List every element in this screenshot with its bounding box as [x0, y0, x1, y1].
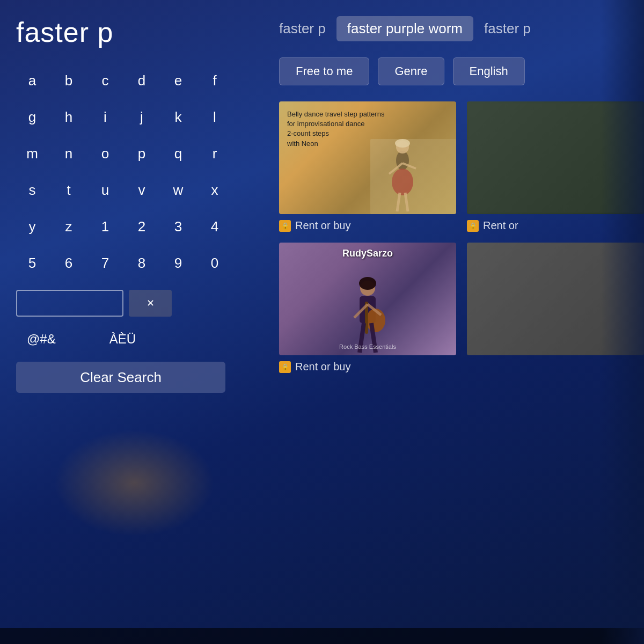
key-i[interactable]: i — [89, 101, 121, 133]
key-w[interactable]: w — [162, 174, 194, 206]
key-m[interactable]: m — [16, 137, 48, 170]
key-3[interactable]: 3 — [162, 210, 194, 243]
backspace-icon: ✕ — [147, 297, 155, 309]
key-f[interactable]: f — [199, 64, 231, 97]
lock-icon-3: 🔒 — [279, 361, 291, 373]
thumbnail-3-title: RudySarzo — [342, 248, 393, 259]
key-a[interactable]: a — [16, 64, 48, 97]
key-l[interactable]: l — [199, 101, 231, 133]
key-r[interactable]: r — [199, 137, 231, 170]
accents-key[interactable]: ÀÈÜ — [99, 327, 147, 351]
svg-point-10 — [359, 277, 376, 290]
key-t[interactable]: t — [53, 174, 85, 206]
guitarist-svg — [335, 264, 400, 355]
key-u[interactable]: u — [89, 174, 121, 206]
search-title: faster p — [16, 16, 263, 48]
thumbnail-2[interactable] — [467, 101, 644, 214]
results-grid: Belly dance travel step patterns for imp… — [279, 101, 644, 373]
key-4[interactable]: 4 — [199, 210, 231, 243]
rent-label-2: Rent or — [483, 219, 518, 232]
filter-free-to-me[interactable]: Free to me — [279, 57, 369, 85]
key-1[interactable]: 1 — [89, 210, 121, 243]
key-2[interactable]: 2 — [126, 210, 158, 243]
key-b[interactable]: b — [53, 64, 85, 97]
key-y[interactable]: y — [16, 210, 48, 243]
result-item-4 — [467, 243, 644, 373]
key-8[interactable]: 8 — [126, 247, 158, 279]
key-o[interactable]: o — [89, 137, 121, 170]
bottom-bar — [0, 628, 644, 644]
keyboard-action-row: ✕ — [16, 290, 263, 317]
rent-or-buy-1: 🔒 Rent or buy — [279, 219, 456, 232]
key-6[interactable]: 6 — [53, 247, 85, 279]
key-k[interactable]: k — [162, 101, 194, 133]
result-item-2: 🔒 Rent or — [467, 101, 644, 232]
suggestion-2-active[interactable]: faster purple worm — [336, 16, 473, 41]
key-9[interactable]: 9 — [162, 247, 194, 279]
key-g[interactable]: g — [16, 101, 48, 133]
keyboard: a b c d e f g h i j k l m n o p q r s t … — [16, 64, 263, 279]
key-e[interactable]: e — [162, 64, 194, 97]
rent-or-buy-2: 🔒 Rent or — [467, 219, 644, 232]
lock-icon-1: 🔒 — [279, 220, 291, 232]
key-x[interactable]: x — [199, 174, 231, 206]
key-p[interactable]: p — [126, 137, 158, 170]
space-bar[interactable] — [16, 290, 123, 317]
key-5[interactable]: 5 — [16, 247, 48, 279]
search-suggestions: faster p faster purple worm faster p — [279, 11, 644, 41]
clear-search-button[interactable]: Clear Search — [16, 362, 225, 393]
key-0[interactable]: 0 — [199, 247, 231, 279]
thumbnail-1[interactable]: Belly dance travel step patterns for imp… — [279, 101, 456, 214]
result-item-3: RudySarzo — [279, 243, 456, 373]
key-7[interactable]: 7 — [89, 247, 121, 279]
key-s[interactable]: s — [16, 174, 48, 206]
key-n[interactable]: n — [53, 137, 85, 170]
suggestion-1[interactable]: faster p — [279, 20, 326, 37]
suggestion-3[interactable]: faster p — [484, 20, 531, 37]
key-h[interactable]: h — [53, 101, 85, 133]
key-z[interactable]: z — [53, 210, 85, 243]
key-c[interactable]: c — [89, 64, 121, 97]
left-panel: faster p a b c d e f g h i j k l m n o p… — [16, 16, 263, 393]
key-q[interactable]: q — [162, 137, 194, 170]
thumbnail-3[interactable]: RudySarzo — [279, 243, 456, 355]
symbols-key[interactable]: @#& — [16, 327, 67, 351]
filter-buttons-row: Free to me Genre English — [279, 57, 644, 85]
result-item-1: Belly dance travel step patterns for imp… — [279, 101, 456, 232]
lock-icon-2: 🔒 — [467, 220, 479, 232]
filter-english[interactable]: English — [453, 57, 525, 85]
key-d[interactable]: d — [126, 64, 158, 97]
filter-genre[interactable]: Genre — [378, 57, 444, 85]
rent-label-1: Rent or buy — [295, 219, 350, 232]
rent-or-buy-3: 🔒 Rent or buy — [279, 361, 456, 373]
special-keys-row: @#& ÀÈÜ — [16, 327, 263, 351]
key-v[interactable]: v — [126, 174, 158, 206]
thumbnail-4[interactable] — [467, 243, 644, 355]
key-j[interactable]: j — [126, 101, 158, 133]
right-panel: faster p faster purple worm faster p Fre… — [279, 11, 644, 644]
backspace-button[interactable]: ✕ — [129, 290, 172, 317]
rent-label-3: Rent or buy — [295, 361, 350, 373]
